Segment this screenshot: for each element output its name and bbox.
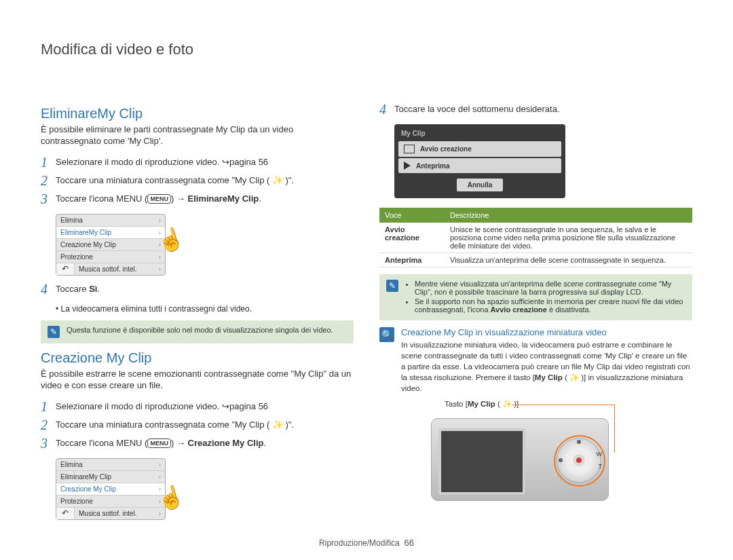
magnifier-icon: 🔍	[379, 327, 394, 342]
note-icon: ✎	[48, 326, 60, 338]
submenu-anteprima: Anteprima	[398, 158, 561, 173]
row-anteprima-key: Anteprima	[379, 253, 445, 267]
feature-box: 🔍 Creazione My Clip in visualizzazione m…	[379, 327, 692, 512]
cstep-2: Toccare una miniatura contrassegnata com…	[56, 417, 294, 431]
section-intro-creazione: È possibile estrarre le scene emozionant…	[41, 369, 354, 392]
row-anteprima-val: Visualizza un'anteprima delle scene cont…	[445, 253, 692, 267]
steps-creazione: 1 Selezionare il modo di riproduzione vi…	[41, 398, 354, 451]
step-3: Toccare l'icona MENU (MENU) → EliminareM…	[56, 191, 261, 205]
steps-eliminare: 1 Selezionare il modo di riproduzione vi…	[41, 154, 354, 207]
camcorder-illustration: Tasto [My Clip ( ✨ )] WT	[417, 403, 692, 512]
back-icon: ↶	[56, 508, 75, 519]
menu-icon: MENU	[147, 194, 171, 204]
step-4: Toccare Sì.	[56, 281, 100, 295]
myclip-submenu: My Clip Avvio creazione Anteprima Annull…	[394, 124, 565, 198]
menu-icon: MENU	[147, 438, 171, 449]
right-column: 4 Toccare la voce del sottomenu desidera…	[379, 99, 692, 525]
section-title-eliminare: EliminareMy Clip	[41, 106, 354, 122]
th-voce: Voce	[379, 208, 445, 223]
left-column: EliminareMy Clip È possibile eliminare l…	[41, 99, 354, 525]
step-1: Selezionare il modo di riproduzione vide…	[56, 154, 268, 168]
section-intro-eliminare: È possibile eliminare le parti contrasse…	[41, 124, 354, 147]
cstep-1: Selezionare il modo di riproduzione vide…	[56, 398, 268, 413]
lcd-screen-icon	[438, 428, 525, 495]
row-avvio-key: Avvio creazione	[379, 223, 445, 253]
note-icon: ✎	[386, 280, 398, 292]
menu-screenshot-2: Elimina› EliminareMy Clip› Creazione My …	[56, 458, 166, 520]
voce-table: Voce Descrizione Avvio creazione Unisce …	[379, 208, 692, 267]
step-2: Toccare una miniatura contrassegnata com…	[56, 172, 294, 187]
myclip-title: My Clip	[398, 128, 561, 140]
note2-item1: Mentre viene visualizzata un'anteprima d…	[415, 280, 685, 296]
submenu-cancel: Annulla	[457, 179, 503, 191]
footer: Riproduzione/Modifica 66	[0, 538, 733, 548]
cstep-3: Toccare l'icona MENU (MENU) → Creazione …	[56, 435, 266, 449]
page-title: Modifica di video e foto	[0, 0, 733, 58]
submenu-avvio: Avvio creazione	[398, 141, 561, 157]
feature-body: In visualizzazione miniatura video, la v…	[401, 339, 692, 394]
back-icon: ↶	[56, 263, 75, 275]
step-4-bullet: La videocamera elimina tutti i contrasse…	[56, 304, 354, 314]
th-descrizione: Descrizione	[445, 208, 692, 223]
row-avvio-val: Unisce le scene contrassegnate in una se…	[445, 223, 692, 253]
note-box-2: ✎ Mentre viene visualizzata un'anteprima…	[379, 274, 692, 320]
rstep-4: Toccare la voce del sottomenu desiderata…	[394, 101, 560, 115]
control-dial-icon: WT	[557, 438, 601, 483]
note-box-1: ✎ Questa funzione è disponibile solo nel…	[41, 320, 354, 343]
menu-screenshot-1: Elimina› EliminareMy Clip› Creazione My …	[56, 214, 166, 276]
feature-title: Creazione My Clip in visualizzazione min…	[401, 327, 692, 337]
tasto-label: Tasto [My Clip ( ✨ )]	[445, 399, 519, 409]
section-title-creazione: Creazione My Clip	[41, 350, 354, 366]
note2-item2: Se il supporto non ha spazio sufficiente…	[415, 297, 685, 314]
